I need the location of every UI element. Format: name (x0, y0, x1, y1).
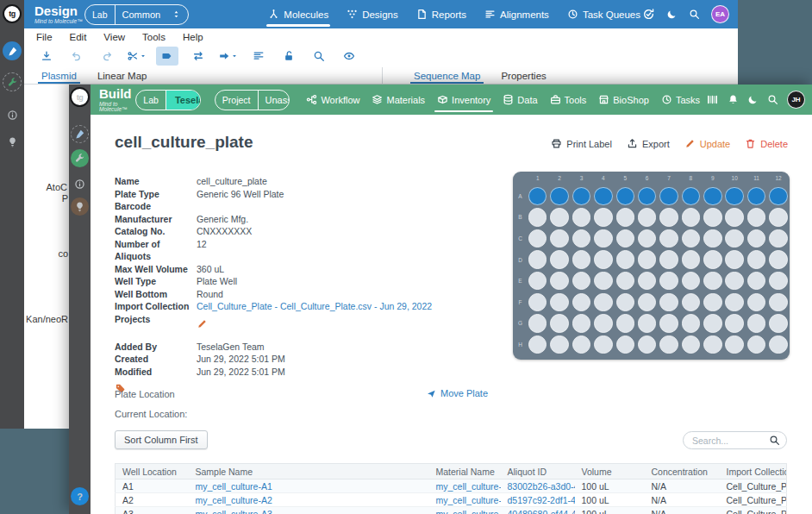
well-G11[interactable] (746, 313, 767, 335)
well-B3[interactable] (571, 207, 592, 229)
update-button[interactable]: Update (684, 138, 730, 149)
well-D12[interactable] (767, 249, 789, 271)
well-G9[interactable] (702, 313, 723, 335)
well-H3[interactable] (571, 334, 592, 355)
well-B5[interactable] (615, 207, 636, 229)
well-C9[interactable] (702, 228, 723, 249)
tool-import[interactable] (31, 47, 61, 66)
well-E2[interactable] (548, 270, 570, 291)
tool-redo[interactable] (91, 47, 122, 66)
search-input[interactable] (692, 436, 769, 446)
lab-value[interactable]: Common (116, 5, 189, 24)
edit-projects-button[interactable] (197, 313, 494, 333)
cell-link[interactable]: my_cell_culture-A1 (429, 480, 501, 493)
well-B7[interactable] (658, 207, 679, 229)
well-F11[interactable] (746, 291, 767, 313)
tool-undo[interactable] (61, 47, 91, 66)
sort-column-first-button[interactable]: Sort Column First (115, 430, 208, 449)
well-D9[interactable] (702, 249, 723, 271)
tab-properties[interactable]: Properties (490, 67, 556, 84)
build-lab-selector[interactable]: Lab TeselaGen (135, 90, 200, 110)
build-app-wrench-icon[interactable] (71, 149, 89, 167)
cell-link[interactable]: my_cell_culture-A2 (429, 493, 501, 507)
well-A12[interactable] (767, 185, 789, 207)
nav-item-materials[interactable]: Materials (365, 85, 431, 115)
print-label-button[interactable]: Print Label (551, 138, 612, 149)
well-E6[interactable] (636, 270, 658, 291)
nav-item-data[interactable]: Data (497, 85, 543, 115)
menu-help[interactable]: Help (174, 32, 212, 42)
well-C10[interactable] (724, 228, 746, 249)
well-B1[interactable] (527, 207, 548, 229)
well-F9[interactable] (702, 291, 723, 313)
well-G6[interactable] (636, 313, 658, 335)
cell-link[interactable]: my_cell_culture-A1 (189, 480, 429, 493)
well-C8[interactable] (680, 228, 702, 249)
well-E5[interactable] (615, 270, 636, 291)
well-C5[interactable] (615, 228, 636, 249)
well-A3[interactable] (571, 185, 592, 207)
column-header-material-name[interactable]: Material Name (429, 464, 501, 480)
idea-bulb-icon[interactable] (71, 197, 89, 216)
cell-link[interactable]: 83002b26-a3d0-4... (501, 480, 575, 493)
tool-swap[interactable] (183, 47, 213, 66)
move-plate-button[interactable]: Move Plate (427, 388, 488, 398)
help-button[interactable]: ? (71, 487, 89, 505)
well-H2[interactable] (548, 334, 570, 355)
well-A7[interactable] (658, 185, 679, 207)
tab-plasmid[interactable]: Plasmid (31, 67, 87, 84)
well-F10[interactable] (724, 291, 746, 313)
well-B11[interactable] (746, 207, 767, 229)
dark-mode-icon[interactable] (747, 94, 759, 105)
delete-button[interactable]: Delete (745, 138, 788, 149)
menu-tools[interactable]: Tools (134, 32, 174, 42)
well-A10[interactable] (724, 185, 746, 207)
well-B9[interactable] (702, 207, 723, 229)
well-H4[interactable] (592, 334, 614, 355)
tool-search[interactable] (303, 47, 334, 66)
design-lab-selector[interactable]: Lab Common (84, 4, 189, 25)
well-A9[interactable] (702, 185, 723, 207)
well-E1[interactable] (527, 270, 548, 291)
design-app-pen-icon[interactable] (3, 41, 22, 60)
column-header-concentration[interactable]: Concentration (645, 464, 720, 480)
well-A11[interactable] (746, 185, 767, 207)
teselagen-logo[interactable]: tg (3, 4, 22, 23)
well-F8[interactable] (680, 291, 702, 313)
menu-view[interactable]: View (95, 32, 134, 42)
well-D6[interactable] (636, 249, 658, 271)
well-C12[interactable] (767, 228, 789, 249)
well-H8[interactable] (680, 334, 702, 355)
well-H11[interactable] (746, 334, 767, 355)
sync-status-icon[interactable] (642, 8, 655, 21)
nav-item-designs[interactable]: Designs (345, 0, 400, 28)
cell-link[interactable]: my_cell_culture-A3 (429, 507, 501, 514)
well-C7[interactable] (658, 228, 679, 249)
well-F3[interactable] (571, 291, 592, 313)
table-row[interactable]: A3my_cell_culture-A3my_cell_culture-A340… (116, 507, 787, 514)
well-E4[interactable] (592, 270, 614, 291)
well-B12[interactable] (767, 207, 789, 229)
info-icon[interactable] (3, 105, 22, 124)
well-G3[interactable] (571, 313, 592, 335)
well-A2[interactable] (548, 185, 570, 207)
nav-item-molecules[interactable]: Molecules (266, 0, 330, 28)
well-C2[interactable] (548, 228, 570, 249)
build-app-wrench-icon[interactable] (3, 72, 22, 91)
well-F5[interactable] (615, 291, 636, 313)
well-H10[interactable] (724, 334, 746, 355)
tool-unlock[interactable] (273, 47, 303, 66)
well-E12[interactable] (767, 270, 789, 291)
well-G12[interactable] (767, 313, 789, 335)
well-E3[interactable] (571, 270, 592, 291)
nav-item-workflow[interactable]: Workflow (300, 85, 365, 115)
tool-visibility[interactable] (334, 47, 364, 66)
menu-edit[interactable]: Edit (61, 32, 96, 42)
cell-link[interactable]: my_cell_culture-A3 (189, 507, 429, 514)
well-C3[interactable] (571, 228, 592, 249)
search-icon[interactable] (689, 9, 700, 20)
column-header-aliquot-id[interactable]: Aliquot ID (501, 464, 575, 480)
well-D4[interactable] (592, 249, 614, 271)
user-avatar[interactable]: EA (711, 5, 729, 23)
search-icon[interactable] (767, 94, 778, 105)
